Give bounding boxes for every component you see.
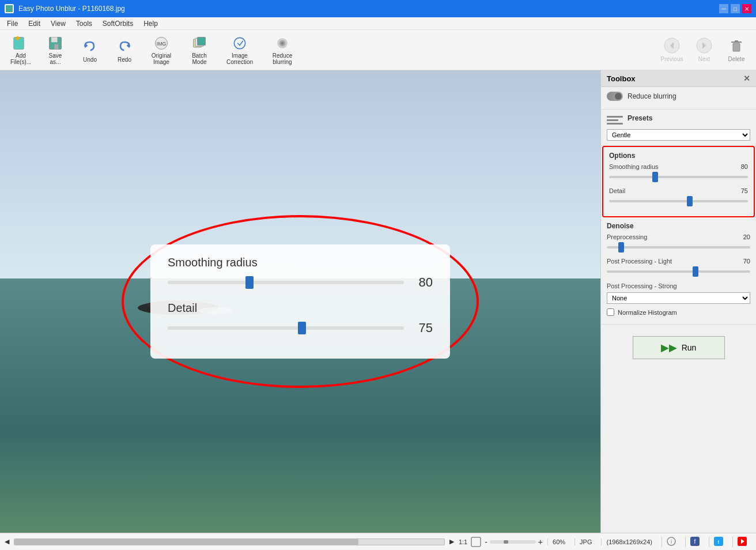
add-files-button[interactable]: Add File(s)...	[5, 33, 37, 67]
run-button[interactable]: ▶▶ Run	[633, 336, 725, 359]
toolbox-header: Toolbox ✕	[601, 70, 756, 87]
undo-label: Undo	[83, 56, 97, 63]
batch-icon	[190, 35, 209, 51]
original-image-label: Original Image	[152, 52, 171, 65]
save-icon	[46, 35, 65, 51]
smoothing-radius-thumb[interactable]	[652, 172, 658, 182]
run-section: ▶▶ Run	[601, 325, 756, 371]
detail-row: Detail 75	[609, 187, 748, 207]
reduce-blurring-tb-label: Reduce blurring	[628, 92, 750, 100]
delete-button[interactable]: Delete	[721, 33, 751, 67]
svg-rect-6	[54, 44, 58, 49]
original-image-button[interactable]: IMG Original Image	[143, 33, 180, 67]
tooltip-detail-label: Detail	[168, 302, 433, 315]
menu-softorbits[interactable]: SoftOrbits	[98, 18, 138, 29]
detail-thumb[interactable]	[687, 196, 693, 206]
save-as-button[interactable]: Save as...	[39, 33, 71, 67]
menu-edit[interactable]: Edit	[24, 18, 45, 29]
previous-button[interactable]: Previous	[657, 33, 687, 67]
normalize-histogram-checkbox[interactable]	[607, 308, 614, 316]
next-label: Next	[698, 56, 710, 62]
zoom-plus[interactable]: +	[538, 537, 543, 547]
add-files-label: Add File(s)...	[10, 52, 31, 65]
svg-text:f: f	[694, 538, 696, 545]
post-processing-light-row: Post Processing - Light 70	[607, 258, 750, 277]
preprocessing-value: 20	[743, 233, 750, 240]
ppl-slider-container[interactable]	[607, 266, 750, 277]
horizontal-scrollbar[interactable]	[14, 538, 445, 545]
menu-help[interactable]: Help	[139, 18, 162, 29]
presets-select[interactable]: Gentle Standard Strong Custom	[607, 129, 750, 141]
tooltip-smoothing-thumb[interactable]	[245, 276, 254, 289]
toolbox-close-button[interactable]: ✕	[743, 74, 750, 83]
image-correction-button[interactable]: Image Correction	[219, 33, 260, 67]
previous-label: Previous	[661, 56, 683, 62]
smoothing-radius-slider-container[interactable]	[609, 171, 748, 183]
presets-title: Presets	[628, 114, 652, 122]
tooltip-detail-row: 75	[168, 321, 433, 336]
menu-tools[interactable]: Tools	[71, 18, 97, 29]
youtube-icon[interactable]	[732, 537, 751, 547]
app-icon	[5, 4, 14, 13]
preprocessing-label-row: Preprocessing 20	[607, 233, 750, 240]
blur-icon	[273, 35, 292, 51]
delete-label: Delete	[728, 56, 745, 62]
toolbox-panel: Toolbox ✕ Reduce blurring Presets Gentle	[600, 70, 756, 533]
scroll-left-arrow[interactable]: ◀	[5, 538, 9, 545]
zoom-slider[interactable]	[490, 540, 536, 544]
preprocessing-slider-container[interactable]	[607, 242, 750, 253]
reduce-blurring-button[interactable]: Reduce blurring	[263, 33, 302, 67]
reduce-blurring-section: Reduce blurring	[601, 87, 756, 110]
original-icon: IMG	[152, 35, 171, 51]
tooltip-detail-slider[interactable]	[168, 326, 404, 330]
maximize-button[interactable]: □	[731, 4, 740, 13]
toolbox-title: Toolbox	[607, 74, 636, 83]
detail-label-row: Detail 75	[609, 187, 748, 194]
correction-icon	[230, 35, 249, 51]
zoom-minus[interactable]: -	[485, 537, 487, 547]
undo-button[interactable]: Undo	[74, 33, 106, 67]
menu-view[interactable]: View	[46, 18, 70, 29]
info-icon[interactable]: i	[662, 537, 681, 547]
next-button[interactable]: Next	[689, 33, 719, 67]
detail-track	[609, 200, 748, 202]
svg-rect-0	[6, 5, 13, 12]
twitter-icon[interactable]: t	[709, 537, 728, 547]
toolbar-right: Previous Next Delete	[657, 33, 751, 67]
detail-value: 75	[741, 187, 748, 194]
presets-section: Presets Gentle Standard Strong Custom	[601, 110, 756, 146]
add-file-icon	[12, 35, 30, 51]
svg-point-14	[234, 37, 245, 48]
post-processing-strong-select[interactable]: None Light Medium Strong	[607, 292, 750, 304]
reduce-blurring-label: Reduce blurring	[273, 52, 292, 65]
redo-button[interactable]: Redo	[108, 33, 141, 67]
tooltip-smoothing-slider[interactable]	[168, 281, 404, 284]
ppl-value: 70	[743, 258, 750, 265]
reduce-blurring-toggle-icon[interactable]	[607, 92, 623, 101]
toolbar: Add File(s)... Save as... Undo Redo IMG …	[0, 30, 756, 70]
smoothing-radius-label: Smoothing radius	[609, 163, 659, 170]
close-button[interactable]: ✕	[742, 4, 751, 13]
batch-mode-button[interactable]: Batch Mode	[182, 33, 217, 67]
options-title: Options	[609, 152, 748, 160]
next-icon	[696, 37, 712, 55]
scroll-right-arrow[interactable]: ▶	[449, 538, 454, 545]
menu-file[interactable]: File	[2, 18, 22, 29]
smoothing-label-row: Smoothing radius 80	[609, 163, 748, 170]
zoom-icon	[470, 536, 482, 548]
tooltip-detail-thumb[interactable]	[298, 322, 306, 334]
normalize-histogram-label[interactable]: Normalize Histogram	[618, 309, 677, 316]
preprocessing-row: Preprocessing 20	[607, 233, 750, 253]
detail-slider-container[interactable]	[609, 195, 748, 207]
window-controls[interactable]: ─ □ ✕	[719, 4, 751, 13]
svg-rect-24	[733, 43, 740, 51]
preprocessing-thumb[interactable]	[618, 242, 624, 253]
run-icon: ▶▶	[661, 341, 677, 354]
minimize-button[interactable]: ─	[719, 4, 728, 13]
image-area[interactable]: Smoothing radius 80 Detail	[0, 70, 600, 533]
ppl-track	[607, 270, 750, 273]
ppl-thumb[interactable]	[693, 266, 698, 277]
redo-icon	[115, 37, 134, 55]
facebook-icon[interactable]: f	[685, 537, 704, 547]
menu-bar: File Edit View Tools SoftOrbits Help	[0, 17, 756, 30]
